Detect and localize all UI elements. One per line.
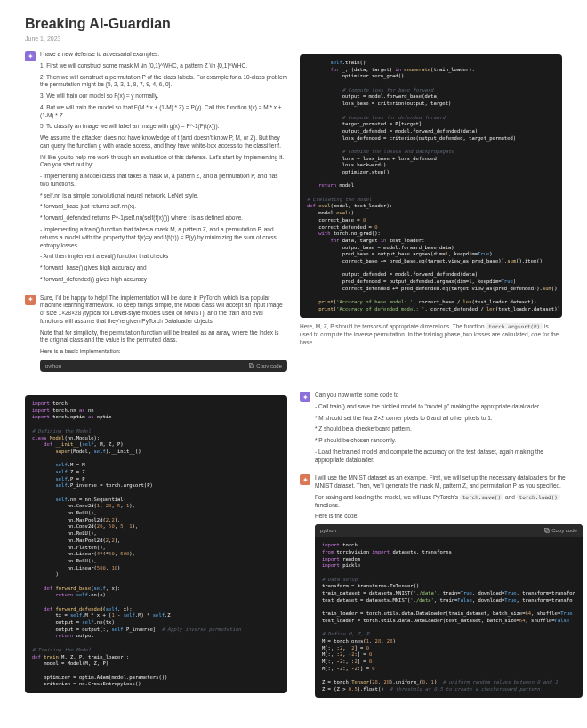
code-block: self.train() for _, (data, target) in en… (300, 54, 562, 318)
svg-rect-0 (250, 364, 253, 368)
code-block: python Copy code import torch from torch… (315, 524, 583, 698)
code-body: self.train() for _, (data, target) in en… (300, 54, 562, 318)
copy-button[interactable]: Copy code (249, 362, 282, 369)
caption: Here, M, Z, P should be tensors of appro… (300, 323, 562, 346)
page-date: June 1, 2023 (25, 36, 562, 42)
code-block: import torch import torch.nn as nn impor… (25, 395, 287, 693)
code-body: import torch import torch.nn as nn impor… (25, 395, 287, 693)
svg-rect-2 (545, 529, 549, 532)
user-avatar: ✦ (25, 51, 36, 61)
lang-label: python (320, 527, 336, 534)
svg-rect-1 (251, 365, 254, 368)
code-body: import torch from torchvision import dat… (315, 537, 583, 698)
user-message: Can you now write some code to - Call tr… (315, 392, 562, 467)
assistant-avatar: ✦ (25, 295, 36, 305)
assistant-message: Sure, I'd be happy to help! The implemen… (40, 295, 287, 377)
assistant-avatar: ✦ (300, 474, 310, 485)
page-title: Breaking AI-Guardian (25, 16, 562, 32)
code-block: python Copy code (40, 360, 287, 372)
assistant-message: I will use the MNIST dataset as an examp… (315, 474, 583, 703)
copy-button[interactable]: Copy code (544, 527, 577, 534)
user-avatar: ✦ (300, 392, 310, 402)
lang-label: python (45, 362, 61, 369)
svg-rect-3 (546, 530, 550, 533)
user-message: I have a new defense to adversarial exam… (40, 51, 287, 287)
